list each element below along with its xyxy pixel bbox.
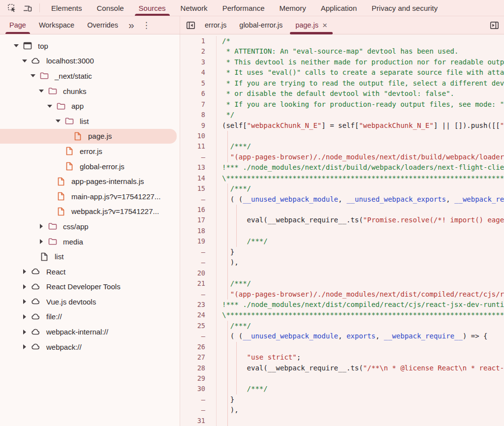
tree-item-page-js[interactable]: page.js (0, 129, 177, 144)
chevron-down-icon[interactable] (18, 60, 31, 62)
navigator-tab-overrides[interactable]: Overrides (81, 16, 125, 34)
line-number[interactable]: 17 (180, 215, 217, 225)
line-number[interactable]: 9 (180, 121, 217, 131)
chevron-right-icon[interactable] (18, 269, 31, 274)
line-number[interactable]: – (180, 289, 217, 300)
line-number[interactable]: 26 (180, 342, 217, 352)
code-line-content: ( (__unused_webpack_module, exports, __w… (217, 331, 488, 341)
file-tab-page-js[interactable]: page.js× (289, 16, 334, 34)
line-number[interactable]: 10 (180, 131, 217, 141)
tree-item-error-js[interactable]: error.js (0, 144, 180, 159)
chevron-right-icon[interactable] (18, 330, 31, 335)
line-number[interactable]: 25 (180, 321, 217, 331)
code-line: – "(app-pages-browser)/./node_modules/ne… (180, 289, 504, 300)
chevron-right-icon[interactable] (18, 299, 31, 304)
close-tab-icon[interactable]: × (322, 21, 327, 30)
file-tab-global-error-js[interactable]: global-error.js (233, 16, 289, 34)
tab-sources[interactable]: Sources (131, 0, 173, 16)
tab-performance[interactable]: Performance (215, 0, 272, 16)
tree-item-list[interactable]: list (0, 114, 180, 129)
tree-item-webpack-internal[interactable]: webpack-internal:// (0, 324, 180, 339)
line-number[interactable]: 6 (180, 89, 217, 99)
tree-item-react[interactable]: React (0, 264, 180, 279)
line-number[interactable]: 15 (180, 183, 217, 194)
tree-item-list[interactable]: list (0, 249, 180, 264)
tree-item-media[interactable]: media (0, 234, 180, 249)
tree-item-vue-js-devtools[interactable]: Vue.js devtools (0, 294, 180, 309)
tab-elements[interactable]: Elements (44, 0, 90, 16)
line-number[interactable]: – (180, 194, 217, 205)
code-line-content: /***/ (217, 278, 251, 289)
line-number[interactable]: 28 (180, 363, 217, 373)
more-tabs-chevron-icon[interactable]: » (125, 16, 138, 34)
collapse-navigator-icon[interactable] (186, 21, 195, 30)
line-number[interactable]: 13 (180, 162, 217, 173)
tab-memory[interactable]: Memory (272, 0, 314, 16)
tree-item-label: file:// (46, 312, 62, 321)
tree-item-main-app-js-v-17541227[interactable]: main-app.js?v=17541227... (0, 189, 180, 204)
tab-console[interactable]: Console (90, 0, 131, 16)
line-number[interactable]: 2 (180, 46, 217, 57)
device-toolbar-icon[interactable] (23, 3, 32, 13)
more-options-icon[interactable]: ⋮ (138, 16, 155, 34)
chevron-right-icon[interactable] (18, 344, 31, 349)
open-file-tabs: error.jsglobal-error.jspage.js× (198, 16, 334, 34)
line-number[interactable]: 14 (180, 173, 217, 183)
line-number[interactable]: – (180, 331, 217, 341)
tree-item-localhost-3000[interactable]: localhost:3000 (0, 54, 180, 69)
tree-item-next-static[interactable]: _next/static (0, 68, 180, 84)
line-number[interactable]: – (180, 395, 217, 405)
line-number[interactable]: 3 (180, 57, 217, 67)
line-number[interactable]: – (180, 405, 217, 415)
tree-item-top[interactable]: top (0, 38, 180, 54)
line-number[interactable]: 11 (180, 141, 217, 152)
chevron-down-icon[interactable] (52, 120, 64, 122)
line-number[interactable]: 24 (180, 310, 217, 320)
navigator-tab-workspace[interactable]: Workspace (32, 16, 81, 34)
chevron-right-icon[interactable] (35, 224, 48, 229)
indent-guide (227, 215, 228, 225)
chevron-down-icon[interactable] (10, 44, 23, 47)
code-editor[interactable]: 1/*2 * ATTENTION: An "eval-source-map" d… (180, 34, 504, 426)
file-tab-error-js[interactable]: error.js (198, 16, 233, 34)
tree-item-file[interactable]: file:// (0, 309, 180, 325)
line-number[interactable]: 27 (180, 352, 217, 363)
line-number[interactable]: 4 (180, 67, 217, 78)
tree-item-chunks[interactable]: chunks (0, 84, 180, 99)
tab-privacy-and-security[interactable]: Privacy and security (364, 0, 445, 16)
line-number[interactable]: 30 (180, 384, 217, 394)
line-number[interactable]: 23 (180, 300, 217, 310)
tree-item-webpack[interactable]: webpack:// (0, 339, 180, 355)
navigator-tab-page[interactable]: Page (3, 16, 32, 34)
line-number[interactable]: 7 (180, 99, 217, 110)
tree-item-css-app[interactable]: css/app (0, 219, 180, 234)
inspect-element-icon[interactable] (7, 3, 17, 13)
show-debugger-panel-icon[interactable] (490, 21, 499, 30)
tree-item-global-error-js[interactable]: global-error.js (0, 159, 180, 174)
tab-application[interactable]: Application (314, 0, 364, 16)
chevron-down-icon[interactable] (43, 105, 56, 108)
line-number[interactable]: – (180, 257, 217, 268)
line-number[interactable]: 5 (180, 78, 217, 89)
line-number[interactable]: 1 (180, 36, 217, 46)
tree-item-app-pages-internals-js[interactable]: app-pages-internals.js (0, 174, 180, 189)
chevron-down-icon[interactable] (27, 74, 39, 77)
tree-item-app[interactable]: app (0, 98, 180, 114)
line-number[interactable]: 8 (180, 110, 217, 120)
line-number[interactable]: 31 (180, 416, 217, 426)
line-number[interactable]: 29 (180, 373, 217, 384)
chevron-down-icon[interactable] (35, 90, 48, 92)
tree-item-react-developer-tools[interactable]: React Developer Tools (0, 279, 180, 295)
line-number[interactable]: 16 (180, 205, 217, 215)
line-number[interactable]: 19 (180, 236, 217, 246)
line-number[interactable]: 20 (180, 268, 217, 278)
tree-item-webpack-js-v-17541227[interactable]: webpack.js?v=17541227... (0, 204, 180, 219)
line-number[interactable]: – (180, 247, 217, 257)
line-number[interactable]: – (180, 152, 217, 162)
chevron-right-icon[interactable] (18, 284, 31, 289)
tab-network[interactable]: Network (173, 0, 215, 16)
chevron-right-icon[interactable] (35, 239, 48, 244)
line-number[interactable]: 21 (180, 278, 217, 289)
chevron-right-icon[interactable] (18, 314, 31, 319)
line-number[interactable]: 18 (180, 226, 217, 236)
